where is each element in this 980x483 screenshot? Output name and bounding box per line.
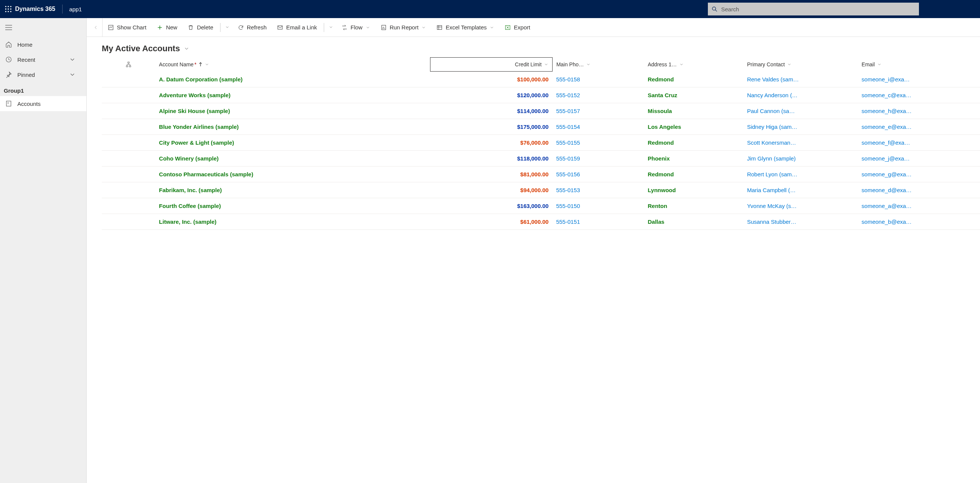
nav-accounts[interactable]: Accounts <box>0 96 86 111</box>
svg-point-6 <box>5 11 6 12</box>
row-select[interactable] <box>102 87 155 103</box>
cell-email[interactable]: someone_h@exa… <box>858 103 980 119</box>
table-row[interactable]: Fabrikam, Inc. (sample)$94,000.00555-015… <box>102 182 980 198</box>
cell-email[interactable]: someone_g@exa… <box>858 167 980 182</box>
cmd-email-link[interactable]: Email a Link <box>272 18 322 37</box>
cell-phone[interactable]: 555-0151 <box>552 214 644 230</box>
main: Show Chart New Delete Refresh Email a Li… <box>87 18 980 483</box>
cell-account-name[interactable]: Alpine Ski House (sample) <box>155 103 430 119</box>
row-select[interactable] <box>102 71 155 87</box>
nav-pinned[interactable]: Pinned <box>0 67 86 82</box>
cell-account-name[interactable]: City Power & Light (sample) <box>155 135 430 151</box>
cell-email[interactable]: someone_i@exa… <box>858 71 980 87</box>
cell-email[interactable]: someone_f@exa… <box>858 135 980 151</box>
table-row[interactable]: City Power & Light (sample)$76,000.00555… <box>102 135 980 151</box>
cell-contact[interactable]: Susanna Stubber… <box>743 214 858 230</box>
table-row[interactable]: Fourth Coffee (sample)$163,000.00555-015… <box>102 198 980 214</box>
cell-phone[interactable]: 555-0150 <box>552 198 644 214</box>
table-row[interactable]: Coho Winery (sample)$118,000.00555-0159P… <box>102 151 980 167</box>
sidebar: Home Recent Pinned Group1 Accounts <box>0 18 87 483</box>
search-box[interactable] <box>708 3 919 16</box>
cell-phone[interactable]: 555-0153 <box>552 182 644 198</box>
row-select[interactable] <box>102 182 155 198</box>
cell-account-name[interactable]: Contoso Pharmaceuticals (sample) <box>155 167 430 182</box>
col-main-phone[interactable]: Main Pho… <box>552 58 644 71</box>
cell-phone[interactable]: 555-0158 <box>552 71 644 87</box>
row-select[interactable] <box>102 151 155 167</box>
table-row[interactable]: Litware, Inc. (sample)$61,000.00555-0151… <box>102 214 980 230</box>
col-hierarchy[interactable] <box>102 58 155 71</box>
pin-icon <box>5 71 12 78</box>
cell-email[interactable]: someone_b@exa… <box>858 214 980 230</box>
cmd-excel-templates[interactable]: Excel Templates <box>431 18 500 37</box>
row-select[interactable] <box>102 167 155 182</box>
cell-account-name[interactable]: Coho Winery (sample) <box>155 151 430 167</box>
cell-phone[interactable]: 555-0159 <box>552 151 644 167</box>
cell-phone[interactable]: 555-0155 <box>552 135 644 151</box>
nav-recent[interactable]: Recent <box>0 52 86 67</box>
col-email[interactable]: Email <box>858 58 980 71</box>
cell-account-name[interactable]: Litware, Inc. (sample) <box>155 214 430 230</box>
col-credit-limit[interactable]: Credit Limit <box>430 58 552 71</box>
cell-phone[interactable]: 555-0157 <box>552 103 644 119</box>
row-select[interactable] <box>102 214 155 230</box>
cell-phone[interactable]: 555-0154 <box>552 119 644 135</box>
command-bar: Show Chart New Delete Refresh Email a Li… <box>87 18 980 37</box>
clock-icon <box>5 56 12 63</box>
cell-account-name[interactable]: Blue Yonder Airlines (sample) <box>155 119 430 135</box>
nav-pinned-label: Pinned <box>18 71 35 78</box>
app-name[interactable]: app1 <box>69 6 82 13</box>
cmd-refresh[interactable]: Refresh <box>232 18 272 37</box>
cmd-flow[interactable]: Flow <box>336 18 375 37</box>
cell-email[interactable]: someone_c@exa… <box>858 87 980 103</box>
cmd-delete[interactable]: Delete <box>183 18 218 37</box>
nav-home[interactable]: Home <box>0 37 86 52</box>
cmd-run-report[interactable]: Run Report <box>375 18 431 37</box>
cell-contact[interactable]: Robert Lyon (sam… <box>743 167 858 182</box>
brand-label[interactable]: Dynamics 365 <box>15 6 56 13</box>
cell-account-name[interactable]: Adventure Works (sample) <box>155 87 430 103</box>
cell-account-name[interactable]: A. Datum Corporation (sample) <box>155 71 430 87</box>
cell-contact[interactable]: Maria Campbell (… <box>743 182 858 198</box>
cell-account-name[interactable]: Fabrikam, Inc. (sample) <box>155 182 430 198</box>
cmd-delete-split[interactable] <box>222 24 232 30</box>
col-address-city[interactable]: Address 1… <box>644 58 743 71</box>
cmd-export-label: Export <box>514 24 530 30</box>
table-row[interactable]: A. Datum Corporation (sample)$100,000.00… <box>102 71 980 87</box>
cmd-show-chart[interactable]: Show Chart <box>102 18 151 37</box>
row-select[interactable] <box>102 119 155 135</box>
back-button[interactable] <box>89 18 102 37</box>
sort-asc-icon <box>199 62 202 67</box>
cell-contact[interactable]: Jim Glynn (sample) <box>743 151 858 167</box>
table-row[interactable]: Contoso Pharmaceuticals (sample)$81,000.… <box>102 167 980 182</box>
cell-contact[interactable]: Yvonne McKay (s… <box>743 198 858 214</box>
app-launcher-icon[interactable] <box>5 5 12 13</box>
cell-phone[interactable]: 555-0152 <box>552 87 644 103</box>
cmd-export[interactable]: Export <box>500 18 535 37</box>
cell-contact[interactable]: Paul Cannon (sa… <box>743 103 858 119</box>
row-select[interactable] <box>102 135 155 151</box>
cell-email[interactable]: someone_d@exa… <box>858 182 980 198</box>
row-select[interactable] <box>102 103 155 119</box>
cell-email[interactable]: someone_e@exa… <box>858 119 980 135</box>
cell-email[interactable]: someone_j@exa… <box>858 151 980 167</box>
cell-phone[interactable]: 555-0156 <box>552 167 644 182</box>
search-input[interactable] <box>721 6 915 13</box>
col-account-name[interactable]: Account Name * <box>155 58 430 71</box>
cell-email[interactable]: someone_a@exa… <box>858 198 980 214</box>
cmd-email-split[interactable] <box>326 24 336 30</box>
row-select[interactable] <box>102 198 155 214</box>
table-row[interactable]: Adventure Works (sample)$120,000.00555-0… <box>102 87 980 103</box>
cell-credit-limit: $94,000.00 <box>430 182 552 198</box>
view-title[interactable]: My Active Accounts <box>87 37 980 57</box>
cell-contact[interactable]: Rene Valdes (sam… <box>743 71 858 87</box>
cmd-new[interactable]: New <box>151 18 183 37</box>
cell-contact[interactable]: Sidney Higa (sam… <box>743 119 858 135</box>
table-row[interactable]: Blue Yonder Airlines (sample)$175,000.00… <box>102 119 980 135</box>
col-primary-contact[interactable]: Primary Contact <box>743 58 858 71</box>
nav-collapse-button[interactable] <box>0 18 86 37</box>
cell-contact[interactable]: Scott Konersman… <box>743 135 858 151</box>
table-row[interactable]: Alpine Ski House (sample)$114,000.00555-… <box>102 103 980 119</box>
cell-contact[interactable]: Nancy Anderson (… <box>743 87 858 103</box>
cell-account-name[interactable]: Fourth Coffee (sample) <box>155 198 430 214</box>
